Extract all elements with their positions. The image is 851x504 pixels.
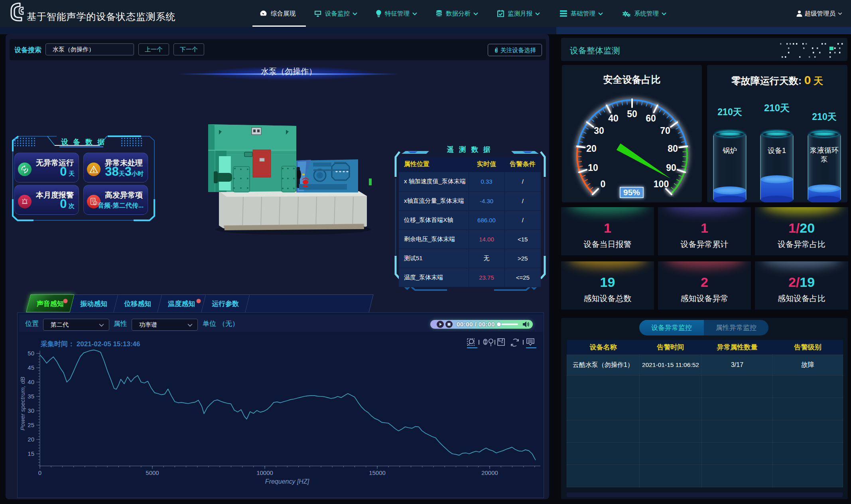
svg-text:30: 30 [594,126,604,136]
svg-text:30: 30 [28,407,34,414]
svg-text:35: 35 [28,393,34,400]
svg-text:0: 0 [38,469,41,476]
svg-text:40: 40 [608,113,619,124]
svg-text:25: 25 [28,422,34,428]
svg-text:20: 20 [586,143,597,154]
svg-text:70: 70 [660,126,670,136]
svg-text:20000: 20000 [481,469,498,476]
svg-text:80: 80 [668,143,678,154]
svg-text:20: 20 [28,436,34,443]
svg-text:10: 10 [588,163,598,173]
svg-text:100: 100 [654,179,669,189]
svg-text:10000: 10000 [256,469,273,476]
svg-text:15: 15 [28,450,34,457]
svg-text:50: 50 [28,350,34,357]
svg-text:15000: 15000 [369,469,386,476]
svg-text:50: 50 [627,109,637,119]
svg-text:0: 0 [601,179,606,189]
svg-text:45: 45 [28,364,34,371]
svg-text:90: 90 [666,163,676,173]
svg-text:Power spectrum, dB: Power spectrum, dB [19,377,26,430]
svg-text:5000: 5000 [146,469,159,476]
svg-text:40: 40 [28,378,34,385]
svg-text:Frequency [HZ]: Frequency [HZ] [265,478,309,485]
svg-text:60: 60 [646,113,656,124]
